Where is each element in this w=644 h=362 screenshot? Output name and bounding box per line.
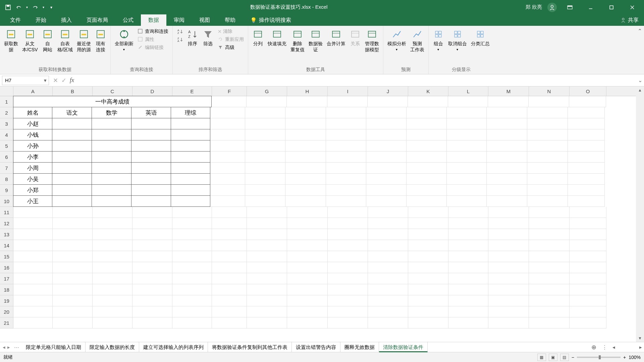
cell-M21[interactable] [488, 317, 529, 328]
cell-H18[interactable] [287, 284, 328, 295]
cell-C19[interactable] [93, 295, 132, 306]
cell-F5[interactable] [210, 140, 245, 152]
sort-button[interactable]: AZ排序 [185, 28, 200, 47]
cell-A7[interactable]: 小周 [13, 162, 52, 174]
cell-I3[interactable] [326, 118, 366, 129]
cell-M15[interactable] [488, 251, 529, 262]
cell-C15[interactable] [93, 251, 132, 262]
cell-L21[interactable] [448, 317, 488, 328]
queries-connections-button[interactable]: 查询和连接 [136, 28, 170, 35]
ribbon-tab-2[interactable]: 插入 [54, 14, 79, 26]
cell-D5[interactable] [131, 140, 171, 152]
data-tool-btn-1[interactable]: 快速填充 [266, 28, 288, 47]
cell-C2[interactable]: 数学 [92, 107, 131, 118]
data-tool-btn-2[interactable]: 删除重复值 [289, 28, 306, 53]
cell-I16[interactable] [328, 262, 368, 273]
cell-K16[interactable] [408, 262, 448, 273]
cell-H5[interactable] [285, 140, 326, 152]
cell-E13[interactable] [172, 229, 212, 240]
get-data-btn-4[interactable]: 最近使用的源 [75, 28, 92, 53]
cell-I21[interactable] [328, 317, 368, 328]
cell-G10[interactable] [245, 196, 285, 207]
cell-L3[interactable] [447, 118, 487, 129]
cell-E20[interactable] [172, 306, 212, 317]
cell-D9[interactable] [131, 184, 171, 196]
col-header-G[interactable]: G [247, 86, 287, 96]
cell-E10[interactable] [171, 195, 210, 207]
cell-O16[interactable] [570, 262, 606, 273]
row-header-2[interactable]: 2 [0, 107, 13, 118]
cell-E4[interactable] [171, 129, 210, 140]
get-data-btn-3[interactable]: 自表格/区域 [56, 28, 74, 53]
cell-K4[interactable] [407, 129, 447, 140]
cell-C10[interactable] [92, 195, 131, 207]
cell-C17[interactable] [93, 273, 132, 284]
cell-K21[interactable] [408, 317, 448, 328]
expand-formula-bar[interactable]: ⌄ [636, 77, 644, 83]
cell-B2[interactable]: 语文 [52, 107, 92, 118]
cell-N19[interactable] [529, 295, 570, 306]
cell-H6[interactable] [285, 152, 326, 163]
save-button[interactable] [5, 4, 11, 11]
cell-N16[interactable] [529, 262, 570, 273]
cell-M4[interactable] [487, 129, 527, 140]
cell-L16[interactable] [448, 262, 488, 273]
cell-G13[interactable] [247, 229, 287, 240]
cell-G9[interactable] [245, 185, 285, 196]
cell-O14[interactable] [570, 240, 606, 251]
cell-G7[interactable] [245, 163, 285, 174]
cell-A1[interactable]: 一中高考成绩 [13, 96, 212, 107]
cell-F2[interactable] [210, 107, 245, 118]
cell-H4[interactable] [285, 129, 326, 140]
cell-D7[interactable] [131, 162, 171, 174]
col-header-M[interactable]: M [488, 86, 529, 96]
cell-J11[interactable] [368, 207, 408, 218]
cell-M14[interactable] [488, 240, 529, 251]
collapse-ribbon-button[interactable]: ⌃ [636, 26, 644, 74]
cell-M11[interactable] [488, 207, 529, 218]
cell-F13[interactable] [212, 229, 247, 240]
row-header-9[interactable]: 9 [0, 185, 13, 196]
cell-H20[interactable] [287, 306, 328, 317]
col-header-K[interactable]: K [408, 86, 448, 96]
cell-J13[interactable] [368, 229, 408, 240]
cell-E17[interactable] [172, 273, 212, 284]
cell-F18[interactable] [212, 284, 247, 295]
cell-D13[interactable] [132, 229, 172, 240]
sheet-tab-2[interactable]: 建立可选择输入的列表序列 [139, 342, 208, 352]
cell-O1[interactable] [569, 96, 606, 107]
cell-L18[interactable] [448, 284, 488, 295]
cell-D6[interactable] [131, 151, 171, 163]
cell-J21[interactable] [368, 317, 408, 328]
cell-L2[interactable] [447, 107, 487, 118]
cell-D3[interactable] [131, 118, 171, 129]
cell-M12[interactable] [488, 218, 529, 229]
cell-C7[interactable] [92, 162, 131, 174]
cell-E16[interactable] [172, 262, 212, 273]
cell-K11[interactable] [408, 207, 448, 218]
cell-C12[interactable] [93, 218, 132, 229]
cell-H19[interactable] [287, 295, 328, 306]
ribbon-tab-4[interactable]: 公式 [115, 14, 141, 26]
cell-I5[interactable] [326, 140, 366, 152]
cell-I7[interactable] [326, 163, 366, 174]
sort-desc-button[interactable]: ZA [175, 36, 184, 43]
cell-H7[interactable] [285, 163, 326, 174]
cell-L1[interactable] [448, 96, 488, 107]
cell-A14[interactable] [13, 240, 53, 251]
col-header-N[interactable]: N [529, 86, 570, 96]
cell-M2[interactable] [487, 107, 527, 118]
data-tool-btn-0[interactable]: 分列 [251, 28, 265, 47]
cell-M19[interactable] [488, 295, 529, 306]
cell-B20[interactable] [53, 306, 93, 317]
cell-N9[interactable] [527, 185, 568, 196]
cell-M7[interactable] [487, 163, 527, 174]
cell-A6[interactable]: 小李 [13, 151, 52, 163]
cell-C11[interactable] [93, 207, 132, 218]
cell-O5[interactable] [568, 140, 605, 152]
cell-B8[interactable] [52, 173, 92, 185]
cell-B10[interactable] [52, 195, 92, 207]
cell-G14[interactable] [247, 240, 287, 251]
cell-E3[interactable] [171, 118, 210, 129]
outline-btn-1[interactable]: 取消组合▾ [447, 28, 468, 52]
